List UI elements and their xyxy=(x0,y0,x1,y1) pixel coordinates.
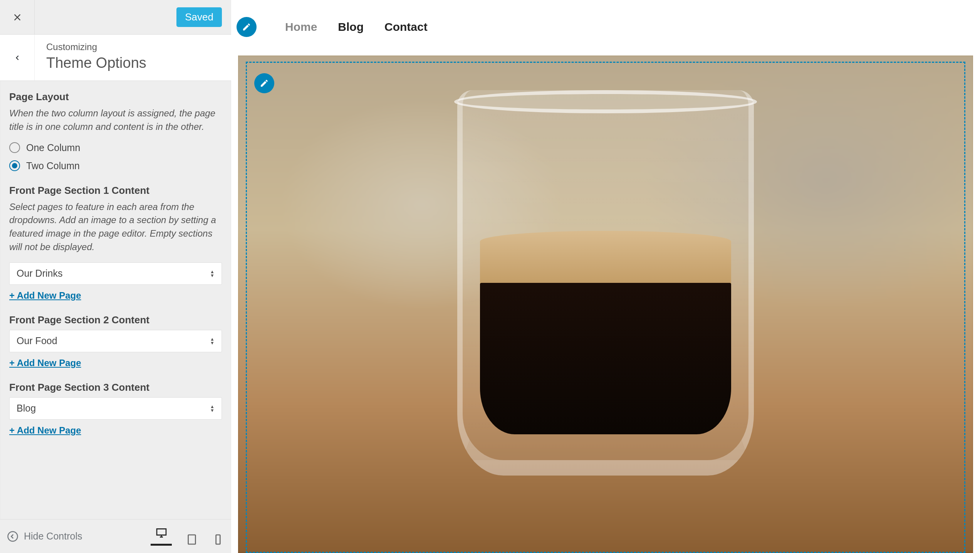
collapse-button[interactable]: Hide Controls xyxy=(7,531,82,542)
nav-link-contact[interactable]: Contact xyxy=(384,20,428,34)
radio-label: One Column xyxy=(26,142,80,153)
device-mobile[interactable] xyxy=(212,533,224,546)
svg-rect-1 xyxy=(188,535,196,544)
nav-link-home[interactable]: Home xyxy=(285,20,317,34)
customizing-label: Customizing xyxy=(46,42,146,52)
radio-one-column[interactable]: One Column xyxy=(9,142,222,153)
pencil-icon xyxy=(242,22,251,32)
edit-shortcut-hero[interactable] xyxy=(254,73,274,93)
section-2-title: Front Page Section 2 Content xyxy=(9,314,222,326)
device-switcher xyxy=(151,527,224,546)
page-layout-section: Page Layout When the two column layout i… xyxy=(9,91,222,171)
svg-rect-2 xyxy=(216,535,220,544)
select-value: Our Drinks xyxy=(17,268,62,279)
section-1-select[interactable]: Our Drinks ▲▼ xyxy=(9,262,222,285)
close-icon xyxy=(12,12,23,23)
page-layout-desc: When the two column layout is assigned, … xyxy=(9,107,222,134)
preview-nav: Home Blog Contact xyxy=(231,0,980,54)
saved-button[interactable]: Saved xyxy=(176,7,222,27)
back-button[interactable] xyxy=(0,35,35,81)
select-value: Our Food xyxy=(17,335,57,346)
section-2-block: Front Page Section 2 Content Our Food ▲▼… xyxy=(9,314,222,368)
nav-link-blog[interactable]: Blog xyxy=(338,20,364,34)
tablet-icon xyxy=(186,533,198,546)
sidebar-footer: Hide Controls xyxy=(0,519,231,553)
section-1-block: Front Page Section 1 Content Select page… xyxy=(9,185,222,301)
section-2-add-page[interactable]: + Add New Page xyxy=(9,358,81,368)
page-layout-title: Page Layout xyxy=(9,91,222,103)
select-arrows-icon: ▲▼ xyxy=(210,405,215,412)
section-3-select[interactable]: Blog ▲▼ xyxy=(9,397,222,420)
edit-shortcut-nav[interactable] xyxy=(237,17,257,37)
pencil-icon xyxy=(260,79,269,88)
mobile-icon xyxy=(212,533,224,546)
device-tablet[interactable] xyxy=(186,533,198,546)
select-arrows-icon: ▲▼ xyxy=(210,337,215,345)
section-3-title: Front Page Section 3 Content xyxy=(9,382,222,393)
section-3-add-page[interactable]: + Add New Page xyxy=(9,425,81,436)
hero-image xyxy=(238,55,973,553)
sidebar-top-bar: Saved xyxy=(0,0,231,35)
preview-pane: Home Blog Contact xyxy=(231,0,980,553)
panel-header: Customizing Theme Options xyxy=(0,35,231,81)
collapse-icon xyxy=(7,531,18,542)
section-1-title: Front Page Section 1 Content xyxy=(9,185,222,197)
collapse-label: Hide Controls xyxy=(24,531,82,542)
desktop-icon xyxy=(155,527,168,539)
radio-label: Two Column xyxy=(26,160,80,171)
section-2-select[interactable]: Our Food ▲▼ xyxy=(9,330,222,352)
close-button[interactable] xyxy=(0,0,35,35)
section-3-block: Front Page Section 3 Content Blog ▲▼ + A… xyxy=(9,382,222,436)
panel-body: Page Layout When the two column layout i… xyxy=(0,81,231,519)
radio-two-column[interactable]: Two Column xyxy=(9,160,222,171)
panel-title: Theme Options xyxy=(46,55,146,71)
select-arrows-icon: ▲▼ xyxy=(210,270,215,277)
select-value: Blog xyxy=(17,403,36,414)
radio-icon xyxy=(9,142,20,153)
svg-point-0 xyxy=(8,531,18,541)
section-1-add-page[interactable]: + Add New Page xyxy=(9,290,81,301)
device-desktop[interactable] xyxy=(151,527,172,546)
chevron-left-icon xyxy=(13,53,22,62)
espresso-glass-illustration xyxy=(457,90,754,476)
panel-header-text: Customizing Theme Options xyxy=(35,35,156,81)
radio-icon xyxy=(9,160,20,171)
section-1-desc: Select pages to feature in each area fro… xyxy=(9,200,222,254)
customizer-sidebar: Saved Customizing Theme Options Page Lay… xyxy=(0,0,231,553)
